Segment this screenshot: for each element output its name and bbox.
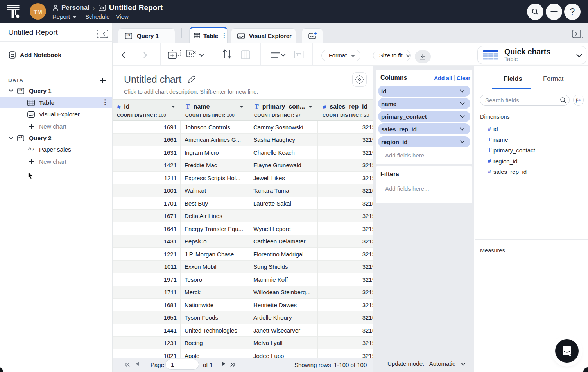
- svg-text:2: 2: [32, 147, 34, 152]
- svg-text:*: *: [20, 88, 22, 94]
- svg-text:*: *: [20, 136, 22, 141]
- svg-text:*: *: [128, 33, 130, 38]
